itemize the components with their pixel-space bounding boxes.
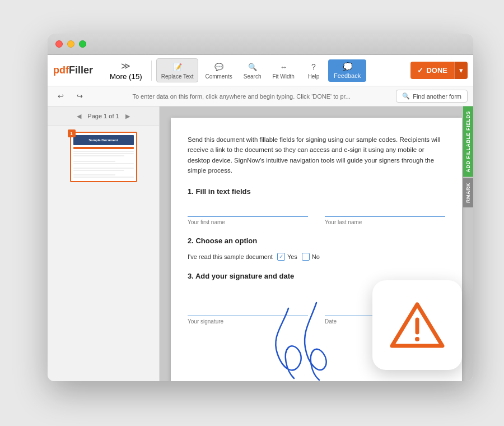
- fit-width-button[interactable]: ↔ Fit Width: [268, 59, 298, 82]
- maximize-button[interactable]: [79, 40, 86, 48]
- main-layout: ◀ Page 1 of 1 ▶ 1 Sample Document: [48, 106, 473, 381]
- done-button-wrapper: ✓ DONE ▾: [410, 62, 468, 79]
- help-button[interactable]: ? Help: [301, 59, 326, 82]
- more-button[interactable]: ≫ More (15): [105, 58, 147, 83]
- thumb-line: [73, 177, 134, 178]
- last-name-field[interactable]: Your last name: [325, 203, 445, 225]
- signature-field[interactable]: Your signature: [188, 288, 308, 325]
- redo-button[interactable]: ↪: [72, 89, 87, 104]
- thumb-line: [73, 155, 125, 156]
- warning-triangle-icon: [389, 300, 445, 350]
- signature-line: [188, 288, 308, 316]
- checkbox-row: I've read this sample document ✓ Yes No: [188, 253, 445, 261]
- logo: pdfFiller: [53, 64, 97, 76]
- yes-label: Yes: [287, 253, 297, 260]
- info-bar: ↩ ↪ To enter data on this form, click an…: [48, 86, 473, 106]
- next-page-button[interactable]: ▶: [122, 110, 134, 122]
- chevron-down-icon: ▾: [459, 66, 463, 75]
- section3-title: 3. Add your signature and date: [188, 272, 445, 280]
- undo-button[interactable]: ↩: [53, 89, 68, 104]
- no-option[interactable]: No: [302, 253, 320, 261]
- page-navigation: ◀ Page 1 of 1 ▶: [48, 106, 159, 126]
- warning-badge: [372, 280, 462, 370]
- thumb-header-text: Sample Document: [88, 138, 118, 142]
- thumbnail-area: 1 Sample Document: [48, 126, 159, 188]
- section-2: 2. Choose an option I've read this sampl…: [188, 237, 445, 261]
- section1-title: 1. Fill in text fields: [188, 187, 445, 196]
- last-name-line: [325, 203, 445, 217]
- last-name-label: Your last name: [325, 219, 445, 225]
- thumb-orange-bar: [73, 147, 134, 149]
- search-small-icon: 🔍: [402, 92, 410, 100]
- document-area: Send this document with fillable fields …: [160, 106, 473, 381]
- first-name-field[interactable]: Your first name: [188, 203, 308, 225]
- find-form-label: Find another form: [413, 93, 461, 100]
- name-fields-row: Your first name Your last name: [188, 203, 445, 225]
- right-tabs: ADD FILLABLE FIELDS RMARK: [463, 106, 473, 207]
- add-fillable-fields-tab[interactable]: ADD FILLABLE FIELDS: [463, 106, 473, 177]
- divider: [151, 61, 152, 81]
- more-label: More (15): [110, 72, 142, 81]
- thumb-line: [73, 170, 125, 171]
- toolbar: pdfFiller ≫ More (15) 📝 Replace Text 💬 C…: [48, 55, 473, 86]
- search-label: Search: [244, 73, 262, 80]
- close-button[interactable]: [55, 40, 63, 48]
- comments-button[interactable]: 💬 Comments: [200, 59, 236, 82]
- yes-option[interactable]: ✓ Yes: [277, 253, 297, 261]
- search-button[interactable]: 🔍 Search: [239, 59, 266, 82]
- done-button[interactable]: ✓ DONE: [410, 62, 454, 79]
- title-bar: [48, 34, 473, 55]
- thumb-line: [73, 153, 134, 154]
- feedback-label: Feedback: [334, 72, 361, 79]
- replace-text-button[interactable]: 📝 Replace Text: [156, 58, 199, 82]
- replace-text-icon: 📝: [171, 61, 184, 72]
- checkbox-description: I've read this sample document: [188, 253, 273, 260]
- replace-text-label: Replace Text: [161, 73, 194, 80]
- signature-label: Your signature: [188, 318, 308, 325]
- thumb-line: [73, 174, 116, 175]
- fit-width-label: Fit Width: [272, 73, 294, 80]
- no-label: No: [312, 253, 320, 260]
- no-checkbox[interactable]: [302, 253, 310, 261]
- thumb-line: [73, 151, 134, 152]
- fit-width-icon: ↔: [277, 61, 290, 72]
- info-message: To enter data on this form, click anywhe…: [91, 93, 391, 100]
- feedback-icon: 💭: [343, 62, 352, 71]
- done-dropdown-button[interactable]: ▾: [454, 62, 468, 79]
- logo-text: pdfFiller: [53, 64, 93, 76]
- minimize-button[interactable]: [67, 40, 74, 48]
- feedback-button[interactable]: 💭 Feedback: [328, 59, 366, 82]
- first-name-label: Your first name: [188, 219, 308, 225]
- thumb-line: [73, 161, 116, 162]
- help-label: Help: [308, 73, 320, 80]
- comments-icon: 💬: [212, 61, 226, 72]
- more-icon: ≫: [121, 61, 130, 71]
- section2-title: 2. Choose an option: [188, 237, 445, 245]
- page-label: Page 1 of 1: [87, 113, 119, 119]
- done-checkmark: ✓: [417, 66, 423, 75]
- first-name-line: [188, 203, 308, 217]
- page-number-badge: 1: [68, 129, 76, 137]
- search-icon: 🔍: [246, 61, 259, 72]
- thumb-line: [73, 163, 134, 164]
- comments-label: Comments: [205, 73, 232, 80]
- app-window: pdfFiller ≫ More (15) 📝 Replace Text 💬 C…: [48, 34, 473, 381]
- page-thumbnail[interactable]: 1 Sample Document: [70, 132, 137, 182]
- svg-point-2: [415, 337, 419, 341]
- intro-text: Send this document with fillable fields …: [188, 135, 445, 176]
- done-label: DONE: [426, 66, 447, 75]
- help-icon: ?: [307, 61, 320, 72]
- watermark-tab[interactable]: RMARK: [463, 178, 473, 207]
- section-1: 1. Fill in text fields Your first name Y…: [188, 187, 445, 225]
- prev-page-button[interactable]: ◀: [73, 110, 85, 122]
- sidebar: ◀ Page 1 of 1 ▶ 1 Sample Document: [48, 106, 160, 381]
- find-form-button[interactable]: 🔍 Find another form: [396, 90, 468, 103]
- yes-checkbox[interactable]: ✓: [277, 253, 285, 261]
- thumb-line: [73, 168, 134, 169]
- thumb-header: Sample Document: [73, 135, 134, 145]
